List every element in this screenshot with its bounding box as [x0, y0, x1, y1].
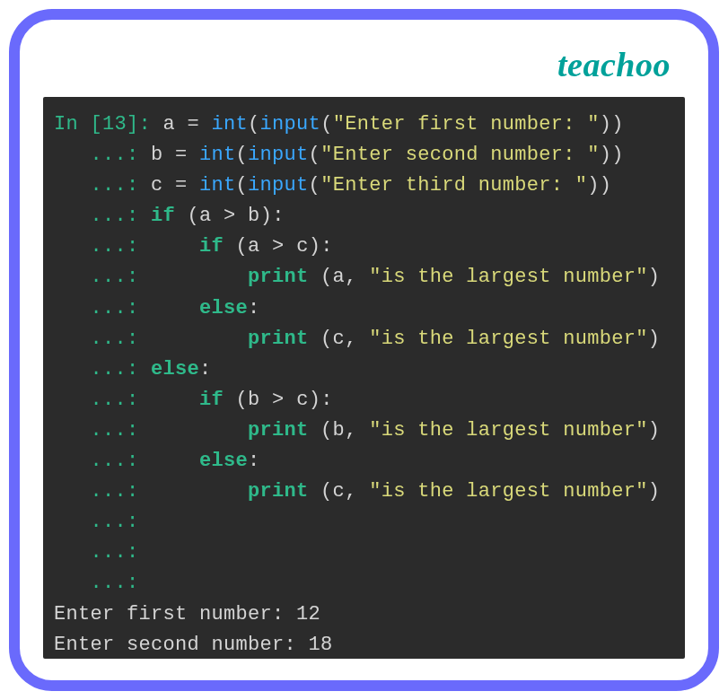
- in-prompt: In [13]:: [54, 113, 163, 136]
- card-container: teachoo In [13]: a = int(input("Enter fi…: [9, 9, 719, 691]
- output-line: Enter second number: 18: [54, 634, 333, 656]
- code-terminal: In [13]: a = int(input("Enter first numb…: [43, 97, 685, 659]
- continuation-prompt: ...:: [54, 144, 151, 166]
- output-line: Enter first number: 12: [54, 603, 320, 626]
- brand-logo: teachoo: [43, 45, 685, 84]
- code-line: a: [163, 113, 176, 136]
